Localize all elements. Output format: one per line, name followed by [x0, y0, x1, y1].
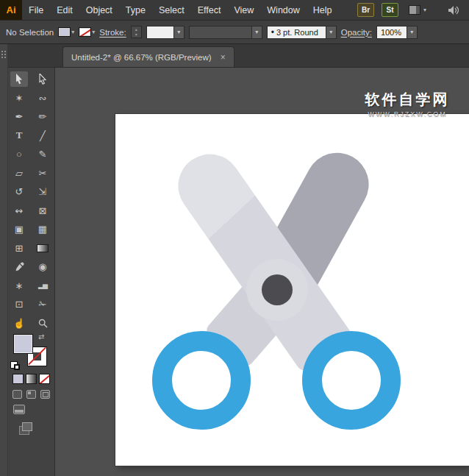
watermark-title: 软件自学网 [342, 90, 469, 110]
document-tab-title: Untitled-2* @ 66.67% (RGB/Preview) [71, 53, 212, 62]
gradient-tool[interactable] [34, 241, 51, 256]
stroke-panel-link[interactable]: Stroke: [99, 28, 126, 37]
free-transform-tool[interactable]: ⊠ [34, 203, 51, 219]
opacity-panel-link[interactable]: Opacity: [341, 28, 372, 37]
stroke-weight-stepper[interactable]: ▴ ▾ [131, 26, 142, 38]
line-segment-tool[interactable]: ╱ [34, 128, 51, 143]
menu-type[interactable]: Type [119, 0, 152, 20]
pen-tool[interactable]: ✒ [10, 109, 28, 124]
brush-definition-select[interactable]: • 3 pt. Round ▾ [267, 26, 337, 39]
scissors-pivot-dot[interactable] [262, 274, 293, 305]
shape-builder-tool[interactable]: ▣ [10, 221, 28, 237]
eyedropper-icon [15, 262, 24, 271]
direct-selection-tool[interactable] [34, 71, 51, 87]
blend-tool[interactable]: ◉ [34, 259, 51, 274]
watermark: 软件自学网 WWW.RJZXW.COM [342, 90, 469, 118]
artboard-icon: ⊡ [15, 299, 24, 310]
draw-normal-mode-button[interactable] [12, 390, 22, 399]
drawing-mode-buttons [7, 390, 55, 402]
variable-width-select[interactable]: ▾ [189, 26, 262, 39]
ellipse-tool[interactable]: ○ [10, 146, 28, 162]
scissors-icon: ✂ [39, 168, 47, 179]
menu-edit[interactable]: Edit [50, 0, 79, 20]
stroke-weight-select[interactable]: ▾ [146, 26, 185, 39]
opacity-select[interactable]: 100% ▾ [376, 26, 418, 39]
pencil-tool[interactable]: ✏ [34, 109, 51, 124]
canvas-area[interactable]: 软件自学网 WWW.RJZXW.COM [55, 68, 469, 476]
stock-button[interactable]: St [382, 3, 398, 17]
hand-icon: ☝ [13, 318, 25, 329]
scissors-right-handle[interactable] [302, 331, 401, 430]
perspective-grid-tool[interactable]: ▦ [34, 221, 51, 237]
paintbrush-icon: ✎ [39, 149, 47, 160]
artboard-tool[interactable]: ⊡ [10, 296, 28, 312]
menubar: Ai File Edit Object Type Select Effect V… [0, 0, 469, 21]
brush-preview-icon: • [271, 28, 274, 37]
slice-icon: ✁ [39, 299, 47, 310]
menu-select[interactable]: Select [152, 0, 191, 20]
gradient-button[interactable] [26, 374, 37, 384]
workspace-switcher[interactable]: ▾ [409, 5, 426, 15]
eyedropper-tool[interactable] [10, 259, 28, 274]
menubar-right-group: Br St ▾ [350, 0, 469, 20]
paintbrush-tool[interactable]: ✎ [34, 146, 51, 162]
line-segment-icon: ╱ [40, 130, 46, 141]
zoom-tool[interactable] [34, 316, 51, 331]
scale-icon: ⇲ [39, 186, 47, 197]
pen-icon: ✒ [15, 111, 24, 122]
chevron-down-icon: ▾ [251, 26, 262, 38]
hand-tool[interactable]: ☝ [10, 316, 28, 331]
magic-wand-tool[interactable]: ✶ [10, 90, 28, 106]
symbol-sprayer-icon: ∗ [15, 280, 24, 291]
chevron-down-icon: ▾ [423, 7, 426, 13]
artboard[interactable] [115, 114, 469, 466]
collapsed-panel-icon[interactable] [22, 422, 32, 431]
color-button[interactable] [12, 374, 24, 384]
menu-effect[interactable]: Effect [191, 0, 228, 20]
close-icon[interactable]: × [221, 52, 226, 63]
shape-builder-icon: ▣ [15, 224, 24, 235]
document-tab[interactable]: Untitled-2* @ 66.67% (RGB/Preview) × [62, 46, 234, 67]
scale-tool[interactable]: ⇲ [34, 184, 51, 199]
eraser-tool[interactable]: ▱ [10, 166, 28, 181]
draw-behind-mode-button[interactable] [26, 390, 36, 399]
type-tool[interactable]: T [10, 128, 28, 143]
menu-window[interactable]: Window [260, 0, 306, 20]
swap-fill-stroke-icon[interactable]: ⇄ [38, 333, 44, 341]
rotate-icon: ↺ [15, 186, 24, 197]
lasso-icon: ∾ [39, 93, 47, 104]
bridge-button[interactable]: Br [357, 3, 374, 17]
stepper-down-icon: ▾ [135, 32, 137, 38]
menu-file[interactable]: File [22, 0, 50, 20]
menu-view[interactable]: View [227, 0, 260, 20]
stepper-up-icon: ▴ [135, 27, 137, 32]
scissors-tool[interactable]: ✂ [34, 166, 51, 181]
mesh-icon: ⊞ [15, 243, 24, 254]
stroke-color-dropdown[interactable]: ▾ [79, 27, 95, 37]
none-button[interactable] [39, 374, 50, 384]
screen-mode-button[interactable] [13, 405, 25, 414]
fill-indicator[interactable] [13, 334, 33, 354]
scissors-left-handle[interactable] [152, 331, 251, 430]
fill-color-dropdown[interactable]: ▾ [58, 27, 74, 37]
panel-dock-strip [0, 44, 8, 476]
rotate-tool[interactable]: ↺ [10, 184, 28, 199]
column-graph-tool[interactable]: ▂▅ [34, 278, 51, 294]
fill-swatch-icon [58, 27, 71, 37]
fill-stroke-widget: ⇄ [7, 331, 55, 372]
dock-grip-handle[interactable] [1, 51, 3, 52]
menu-help[interactable]: Help [307, 0, 339, 20]
gradient-chip-icon [37, 244, 49, 252]
symbol-sprayer-tool[interactable]: ∗ [10, 278, 28, 294]
selection-tool[interactable] [10, 71, 28, 87]
draw-inside-mode-button[interactable] [40, 390, 50, 399]
lasso-tool[interactable]: ∾ [34, 90, 51, 106]
width-tool[interactable]: ↭ [10, 203, 28, 219]
menu-object[interactable]: Object [79, 0, 119, 20]
slice-tool[interactable]: ✁ [34, 296, 51, 312]
illustrator-window: Ai File Edit Object Type Select Effect V… [0, 0, 469, 476]
chevron-down-icon: ▾ [71, 29, 74, 35]
free-transform-icon: ⊠ [39, 205, 47, 216]
default-fill-stroke-icon[interactable] [10, 361, 21, 371]
mesh-tool[interactable]: ⊞ [10, 241, 28, 256]
